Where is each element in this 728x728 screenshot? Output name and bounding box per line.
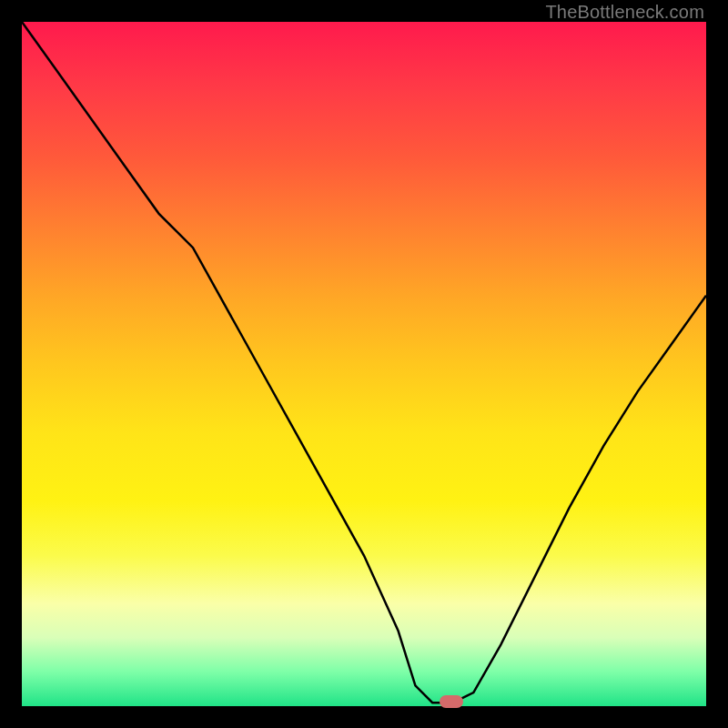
optimum-marker (440, 695, 463, 708)
plot-area (22, 22, 706, 706)
watermark-text: TheBottleneck.com (545, 2, 704, 23)
chart-frame: TheBottleneck.com (0, 0, 728, 728)
bottleneck-curve (22, 22, 706, 706)
